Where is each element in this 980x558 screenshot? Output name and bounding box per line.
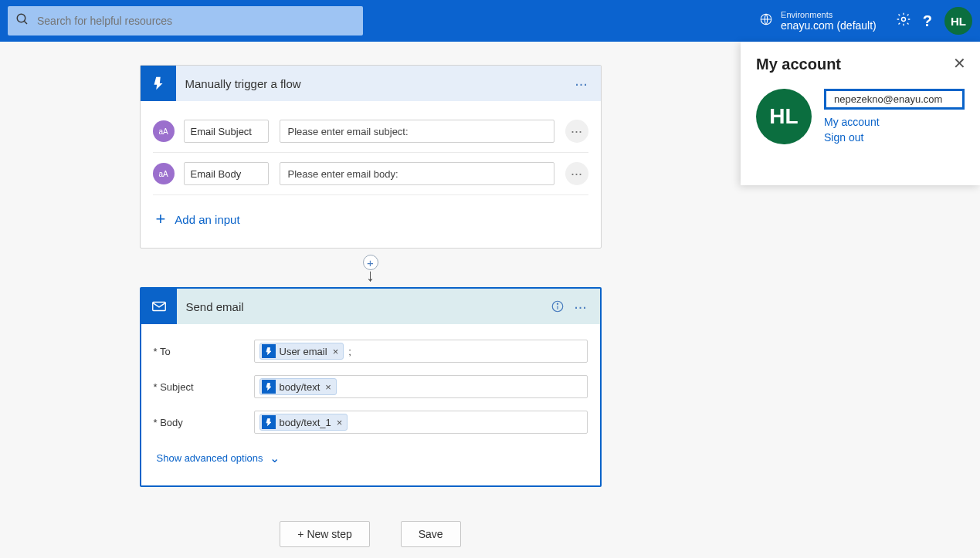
action-field-row: * Body body/text_1 × [154, 404, 588, 440]
svg-point-0 [17, 14, 25, 22]
chevron-down-icon: ⌄ [270, 451, 280, 465]
account-panel-title: My account [756, 56, 965, 73]
param-label[interactable]: Email Subject [184, 120, 269, 143]
field-label-body: * Body [154, 417, 254, 428]
account-avatar-button[interactable]: HL [944, 7, 972, 35]
field-input-subject[interactable]: body/text × [254, 375, 588, 398]
action-menu-button[interactable]: ··· [569, 298, 592, 316]
param-input-subject[interactable] [280, 120, 554, 143]
param-menu-button[interactable]: ··· [565, 162, 588, 185]
trigger-menu-button[interactable]: ··· [570, 75, 593, 93]
action-card-header[interactable]: Send email ··· [141, 289, 600, 324]
param-menu-button[interactable]: ··· [565, 120, 588, 143]
field-input-to[interactable]: User email × ; [254, 340, 588, 363]
search-icon [15, 12, 37, 29]
account-panel-close-button[interactable]: ✕ [953, 54, 966, 73]
environment-picker[interactable]: Environments enayu.com (default) [759, 10, 877, 32]
action-field-row: * Subject body/text × [154, 369, 588, 404]
field-suffix: ; [348, 346, 351, 357]
trigger-icon [141, 66, 176, 101]
search-input[interactable] [37, 15, 355, 27]
trigger-param-row: aA Email Body ··· [153, 153, 588, 195]
token-icon [262, 344, 276, 358]
top-bar: Environments enayu.com (default) ? HL [0, 0, 980, 42]
svg-rect-4 [152, 303, 165, 311]
token-label: body/text [280, 381, 320, 393]
help-button[interactable]: ? [923, 12, 932, 30]
plus-icon: + [156, 209, 166, 229]
trigger-title: Manually trigger a flow [185, 77, 570, 90]
new-step-button[interactable]: + New step [280, 521, 369, 547]
trigger-param-row: aA Email Subject ··· [153, 110, 588, 153]
add-input-button[interactable]: + Add an input [153, 195, 588, 234]
environment-value: enayu.com (default) [781, 19, 877, 32]
environment-label: Environments [781, 10, 877, 19]
settings-button[interactable] [892, 12, 915, 30]
arrow-down-icon: ↓ [366, 270, 375, 281]
account-email[interactable]: nepezekno@enayu.com [824, 89, 965, 110]
param-label[interactable]: Email Body [184, 162, 269, 185]
svg-line-1 [24, 21, 27, 24]
svg-point-7 [557, 303, 558, 304]
action-title: Send email [186, 300, 546, 313]
field-label-to: * To [154, 346, 254, 357]
account-avatar: HL [756, 89, 812, 144]
token-remove-button[interactable]: × [325, 381, 331, 393]
sign-out-link[interactable]: Sign out [824, 130, 965, 145]
gear-icon [896, 12, 911, 30]
dynamic-token[interactable]: User email × [259, 343, 344, 360]
action-card: Send email ··· * To User email × ; * [140, 287, 602, 487]
trigger-card: Manually trigger a flow ··· aA Email Sub… [140, 65, 602, 249]
token-remove-button[interactable]: × [333, 346, 339, 357]
token-label: User email [280, 346, 327, 357]
text-param-icon: aA [153, 120, 175, 142]
globe-icon [759, 12, 773, 29]
token-icon [262, 380, 276, 394]
my-account-link[interactable]: My account [824, 114, 965, 130]
token-label: body/text_1 [280, 417, 331, 428]
field-label-subject: * Subject [154, 381, 254, 393]
trigger-card-header[interactable]: Manually trigger a flow ··· [141, 66, 601, 101]
param-input-body[interactable] [280, 162, 554, 185]
text-param-icon: aA [153, 163, 175, 184]
save-button[interactable]: Save [401, 521, 461, 547]
mail-icon [141, 289, 177, 324]
field-input-body[interactable]: body/text_1 × [254, 411, 588, 434]
token-icon [262, 415, 276, 429]
action-field-row: * To User email × ; [154, 333, 588, 369]
search-box[interactable] [8, 6, 363, 36]
advanced-options-label: Show advanced options [157, 452, 263, 464]
flow-canvas: Manually trigger a flow ··· aA Email Sub… [0, 42, 741, 558]
connector: + ↓ [363, 255, 378, 281]
add-input-label: Add an input [175, 213, 239, 226]
dynamic-token[interactable]: body/text_1 × [259, 414, 348, 431]
token-remove-button[interactable]: × [337, 417, 343, 428]
action-info-button[interactable] [546, 299, 569, 313]
svg-point-3 [901, 18, 905, 22]
show-advanced-options-button[interactable]: Show advanced options ⌄ [154, 440, 588, 472]
account-panel: My account ✕ HL nepezekno@enayu.com My a… [741, 42, 980, 185]
dynamic-token[interactable]: body/text × [259, 378, 337, 395]
footer-buttons: + New step Save [280, 521, 460, 547]
